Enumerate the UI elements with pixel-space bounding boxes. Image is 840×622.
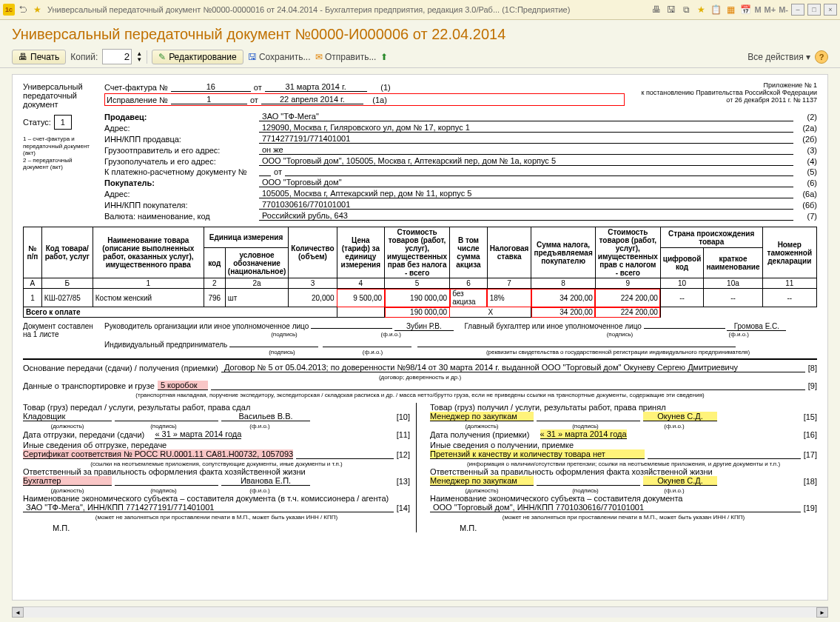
consignee-value: ООО "Торговый дом", 105005, Москва г, Ап… — [259, 156, 793, 166]
other-recv-info: Претензий к качеству и количеству товара… — [430, 449, 645, 459]
stamp-right: М.П. — [460, 524, 817, 532]
received-label: Товар (груз) получил / услуги, результат… — [430, 403, 817, 412]
resp-position-left: Бухгалтер — [23, 476, 112, 486]
sender-name: Васильев В.В. — [221, 412, 310, 421]
sf-no: 16 — [171, 82, 251, 92]
all-actions-button[interactable]: Все действия ▾ — [747, 52, 810, 62]
diskette-icon: 🖫 — [248, 52, 257, 62]
print-button[interactable]: 🖶 Печать — [12, 50, 66, 64]
compare-icon[interactable]: ⧉ — [680, 4, 692, 16]
seller-value: ЗАО "ТФ-Мега" — [259, 112, 793, 121]
mem-mplus[interactable]: M+ — [765, 5, 776, 14]
transport-label: Данные о транспортировке и грузе — [23, 381, 155, 390]
correction-row: Исправление № 1 от 22 апреля 2014 г. (1а… — [104, 93, 625, 106]
resp-sign-left — [115, 485, 218, 486]
econ-subject-left: ЗАО "ТФ-Мега", ИНН/КПП 7714277191/771401… — [23, 503, 394, 512]
status-value: 1 — [54, 115, 72, 130]
chief-name: Громова Е.С. — [727, 322, 786, 331]
seller-inn: 7714277191/771401001 — [259, 134, 793, 144]
calc-icon[interactable]: ▦ — [725, 4, 736, 16]
sender-position: Кладовщик — [23, 412, 112, 421]
head-name: Зубин Р.В. — [394, 322, 454, 331]
page-title: Универсальный передаточный документ №000… — [0, 20, 840, 46]
status-legend: 1 – счет-фактура и передаточный документ… — [23, 136, 97, 171]
save-icon[interactable]: 🖫 — [665, 4, 677, 16]
mem-mminus[interactable]: M- — [779, 5, 788, 14]
buyer-address: 105005, Москва г, Аптекарский пер, дом №… — [259, 189, 793, 198]
copies-label: Копий: — [70, 52, 98, 62]
window-title: Универсальный передаточный документ №000… — [47, 5, 651, 14]
chevron-down-icon: ▾ — [806, 52, 810, 62]
sender-sign — [115, 421, 218, 421]
econ-subject-right: ООО "Торговый дом", ИНН/КПП 7701030616/7… — [430, 503, 801, 512]
appendix-line3: от 26 декабря 2011 г. № 1137 — [625, 97, 817, 104]
receiver-position: Менеджер по закупкам — [430, 412, 534, 421]
resp-sign-right — [537, 485, 640, 486]
basis-value: Договор № 5 от 05.04.2013; по довереннос… — [221, 363, 805, 372]
toolbar: 🖶 Печать Копий: ▲▼ ✎ Редактирование 🖫 Со… — [0, 46, 840, 68]
favorite-icon[interactable]: ★ — [31, 4, 43, 16]
chief-sign — [644, 328, 725, 329]
export-icon[interactable]: ⬆ — [380, 52, 388, 62]
passed-label: Товар (груз) передал / услуги, результат… — [23, 403, 410, 412]
other-ship-info: Сертификат соответствия № РОСС RU.0001.1… — [23, 449, 293, 459]
receiver-sign — [537, 421, 640, 421]
mem-m[interactable]: M — [754, 5, 761, 14]
price-highlight: 9 500,00 — [337, 289, 385, 307]
edit-button[interactable]: ✎ Редактирование — [152, 50, 243, 64]
close-button[interactable]: × — [824, 4, 837, 16]
receive-date: « 31 » марта 2014 года — [540, 429, 627, 439]
spinner-icon[interactable]: ▲▼ — [136, 51, 142, 63]
send-button[interactable]: ✉ Отправить... — [315, 52, 377, 62]
basis-label: Основание передачи (сдачи) / получения (… — [23, 364, 218, 372]
document-area[interactable]: Универсальный передаточный документ Стат… — [12, 74, 828, 601]
copies-input[interactable] — [102, 49, 132, 64]
app-icon-1c: 1c — [3, 4, 15, 16]
edit-icon: ✎ — [158, 52, 166, 62]
doc-pages-label: Документ составлен на 1 листе — [23, 322, 97, 355]
seller-address: 129090, Москва г, Гиляровского ул, дом №… — [259, 123, 793, 133]
clipboard-icon[interactable]: 📋 — [710, 4, 722, 16]
star-icon[interactable]: ★ — [695, 4, 707, 16]
sf-date: 31 марта 2014 г. — [265, 82, 367, 92]
ship-date: « 31 » марта 2014 года — [155, 429, 241, 439]
table-row: 1 КШ-027/85 Костюм женский 796 шт 20,000… — [24, 289, 817, 307]
scroll-left-icon[interactable]: ◄ — [12, 607, 24, 618]
items-table: № п/п Код товара/ работ, услуг Наименова… — [23, 227, 817, 318]
mail-icon: ✉ — [315, 52, 323, 62]
horizontal-scrollbar[interactable]: ◄ ► — [12, 606, 828, 618]
nav-back-icon[interactable]: ⮌ — [17, 4, 29, 16]
minimize-button[interactable]: – — [791, 4, 804, 16]
currency-value: Российский рубль, 643 — [259, 211, 793, 221]
calendar-icon[interactable]: 📅 — [739, 4, 751, 16]
status-label: Статус: — [23, 118, 51, 127]
resp-name-right: Окунев С.Д. — [643, 476, 717, 486]
receiver-name: Окунев С.Д. — [643, 412, 717, 421]
buyer-value: ООО "Торговый дом" — [259, 178, 793, 187]
printer-icon: 🖶 — [19, 52, 27, 62]
head-sign — [311, 328, 392, 329]
print-icon[interactable]: 🖶 — [651, 4, 662, 16]
maximize-button[interactable]: □ — [807, 4, 821, 16]
buyer-inn: 7701030616/770101001 — [259, 200, 793, 210]
scroll-right-icon[interactable]: ► — [816, 607, 828, 618]
help-button[interactable]: ? — [815, 50, 828, 64]
shipper-value: он же — [259, 145, 793, 155]
doc-type-label: Универсальный передаточный документ — [23, 82, 97, 109]
sf-no-label: Счет-фактура № — [104, 83, 168, 92]
save-button[interactable]: 🖫 Сохранить... — [248, 52, 311, 62]
transport-value: 5 коробок — [158, 381, 208, 390]
titlebar: 1c ⮌ ★ Универсальный передаточный докуме… — [0, 0, 840, 20]
resp-position-right: Менеджер по закупкам — [430, 476, 534, 486]
resp-name-left: Иванова Е.П. — [221, 476, 310, 486]
stamp-left: М.П. — [53, 524, 410, 532]
